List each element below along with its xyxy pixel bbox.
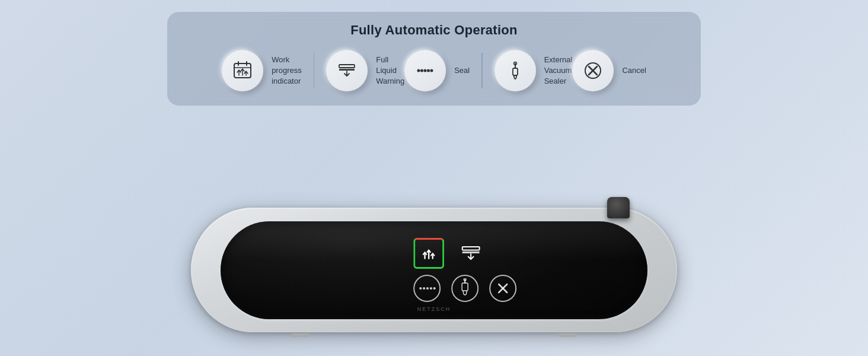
device-container: NETZSCH [191,208,677,332]
external-vacuum-button[interactable] [494,50,536,91]
screen-dots-svg [418,282,436,294]
svg-rect-24 [462,247,480,250]
progress-label: Workprogressindicator [272,55,302,87]
svg-point-28 [423,287,425,290]
screen-cancel-circle [489,275,516,302]
liquid-warning-button[interactable] [326,50,368,91]
seal-icon [414,60,436,81]
icons-row: Workprogressindicator FullLiquidWarning [185,50,683,91]
device-foot-left [292,333,309,337]
svg-rect-16 [513,68,518,75]
screen-dots-circle [413,275,441,302]
screen-vacuum-circle [451,275,478,302]
svg-point-31 [433,287,436,290]
svg-rect-25 [462,252,480,253]
cancel-label: Cancel [622,65,646,76]
svg-point-13 [427,69,430,72]
screen-seal-svg [459,241,483,265]
icon-group-cancel: Cancel [572,50,646,91]
divider-1 [314,53,315,88]
svg-rect-7 [339,65,355,68]
svg-point-12 [424,69,427,72]
device-screen: NETZSCH [221,221,647,319]
screen-vacuum-svg [457,278,473,298]
device-knob[interactable] [607,197,630,218]
svg-point-14 [430,69,433,72]
device-body: NETZSCH [191,208,677,332]
progress-indicator-button[interactable] [222,50,263,91]
seal-label: Seal [454,65,470,76]
icon-group-seal: Seal [404,50,470,91]
screen-seal-icon [457,240,484,267]
svg-point-11 [420,69,423,72]
liquid-label: FullLiquidWarning [376,55,404,87]
external-vacuum-icon [505,60,526,81]
screen-bottom-row [413,275,516,302]
screen-content [413,238,516,302]
device-brand-text: NETZSCH [417,306,451,312]
device-foot-right [559,333,576,337]
cancel-button[interactable] [572,50,614,91]
screen-cancel-svg [494,280,511,297]
device-feet [292,333,576,337]
panel-title: Fully Automatic Operation [185,23,683,38]
divider-2 [481,53,483,88]
progress-icon [232,60,253,81]
screen-progress-active [413,238,444,269]
svg-point-29 [426,287,429,290]
screen-top-row [413,238,516,269]
screen-progress-icon [419,243,439,263]
svg-rect-33 [462,283,468,291]
seal-button[interactable] [404,50,446,91]
liquid-icon [336,60,358,81]
svg-point-30 [430,287,432,290]
icon-group-liquid: FullLiquidWarning [326,50,404,91]
info-panel: Fully Automatic Operation [167,12,701,106]
svg-point-10 [417,69,420,72]
icon-group-progress: Workprogressindicator [222,50,302,91]
external-label: ExternalVacuumSealer [544,55,573,87]
svg-rect-8 [339,69,355,71]
svg-point-27 [419,287,422,290]
icon-group-external: ExternalVacuumSealer [494,50,573,91]
cancel-icon [582,60,604,81]
